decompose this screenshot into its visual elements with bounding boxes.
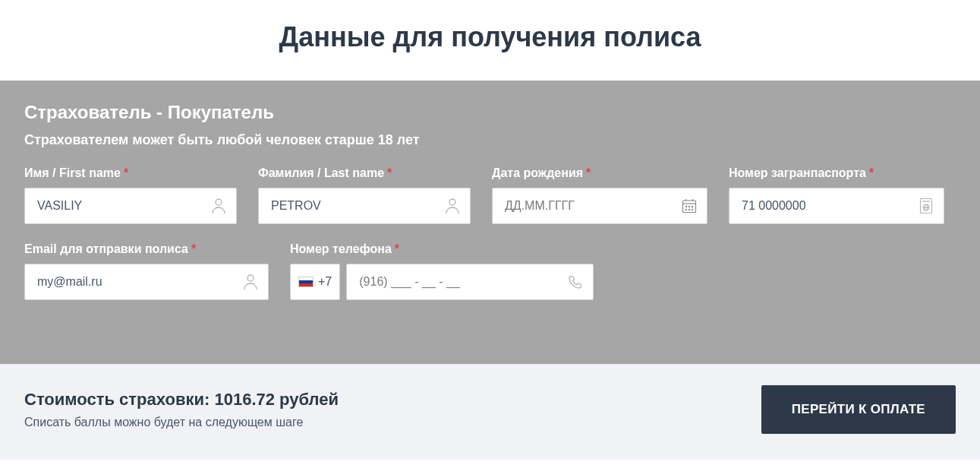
first-name-label: Имя / First name* [24, 166, 237, 180]
last-name-label: Фамилия / Last name* [258, 166, 471, 180]
section-title: Страхователь - Покупатель [24, 102, 956, 123]
svg-point-6 [685, 206, 686, 207]
first-name-input-wrap [24, 188, 237, 224]
cost-note: Списать баллы можно будет на следующем ш… [24, 416, 339, 429]
phone-input-wrap [346, 264, 594, 300]
required-asterisk: * [191, 242, 196, 255]
cost-block: Стоимость страховки: 1016.72 рублей Спис… [24, 390, 339, 429]
calendar-icon[interactable] [679, 198, 707, 214]
passport-input-wrap [729, 188, 944, 224]
svg-point-0 [216, 199, 222, 205]
first-name-group: Имя / First name* [24, 166, 237, 224]
required-asterisk: * [387, 166, 392, 179]
svg-point-17 [247, 275, 254, 281]
pay-button[interactable]: ПЕРЕЙТИ К ОПЛАТЕ [761, 385, 956, 434]
cost-line: Стоимость страховки: 1016.72 рублей [24, 390, 339, 410]
birth-date-input[interactable] [493, 188, 679, 223]
page-title: Данные для получения полиса [0, 0, 980, 81]
svg-point-1 [449, 199, 455, 205]
last-name-input-wrap [258, 188, 471, 224]
svg-point-8 [692, 206, 692, 207]
phone-prefix-text: +7 [318, 275, 332, 289]
email-label: Email для отправки полиса* [24, 242, 269, 256]
email-input-wrap [24, 264, 269, 300]
last-name-group: Фамилия / Last name* [258, 166, 471, 224]
phone-label: Номер телефона* [290, 242, 594, 256]
svg-point-10 [689, 209, 689, 210]
passport-label: Номер загранпаспорта* [729, 166, 944, 180]
required-asterisk: * [395, 242, 399, 255]
phone-country-prefix[interactable]: +7 [290, 264, 340, 300]
birth-date-input-wrap [492, 188, 707, 224]
email-group: Email для отправки полиса* [24, 242, 269, 300]
footer-bar: Стоимость страховки: 1016.72 рублей Спис… [0, 364, 980, 460]
svg-point-7 [689, 206, 689, 207]
phone-input[interactable] [347, 264, 566, 299]
email-input[interactable] [25, 264, 241, 299]
form-row-1: Имя / First name* Фамилия / Last name* [24, 166, 956, 224]
passport-group: Номер загранпаспорта* [729, 166, 944, 224]
required-asterisk: * [869, 166, 874, 179]
person-icon [241, 274, 268, 290]
svg-point-11 [692, 209, 692, 210]
flag-russia-icon [298, 277, 314, 287]
required-asterisk: * [124, 166, 128, 179]
passport-icon [916, 198, 944, 214]
form-row-2: Email для отправки полиса* Номер телефон… [24, 242, 956, 300]
phone-icon [566, 274, 593, 289]
phone-group: Номер телефона* +7 [290, 242, 594, 300]
section-subtitle: Страхователем может быть любой человек с… [24, 132, 956, 148]
birth-date-label: Дата рождения* [492, 166, 707, 180]
person-icon [443, 198, 470, 214]
last-name-input[interactable] [259, 188, 443, 223]
required-asterisk: * [586, 166, 591, 179]
person-icon [209, 198, 236, 214]
svg-point-9 [685, 209, 686, 210]
svg-rect-12 [921, 199, 932, 214]
birth-date-group: Дата рождения* [492, 166, 707, 224]
first-name-input[interactable] [25, 188, 209, 223]
passport-input[interactable] [729, 188, 916, 223]
form-panel: Страхователь - Покупатель Страхователем … [0, 81, 980, 364]
